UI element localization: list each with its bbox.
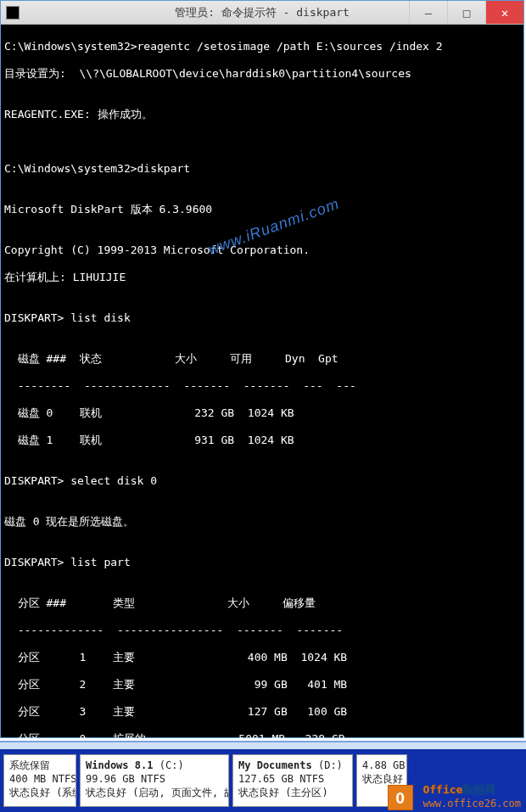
console-line: 目录设置为: \\?\GLOBALROOT\device\harddisk0\p… (4, 67, 520, 81)
drive-title: Windows 8.1 (86, 759, 153, 771)
disk-row: 磁盘 0 联机 232 GB 1024 KB (4, 406, 520, 420)
disk-row: 磁盘 1 联机 931 GB 1024 KB (4, 434, 520, 447)
console-line: Copyright (C) 1999-2013 Microsoft Corpor… (4, 244, 520, 257)
partition-d[interactable]: My Documents (D:) 127.65 GB NTFS 状态良好 (主… (232, 754, 353, 807)
logo-text-1: Office (422, 783, 462, 796)
console-line: DISKPART> list part (4, 556, 520, 569)
site-logo: O Office教程网 www.office26.com (388, 783, 521, 810)
minimize-button[interactable]: — (409, 1, 447, 24)
console-line: C:\Windows\system32>diskpart (4, 162, 520, 176)
drive-letter: (C:) (159, 759, 184, 771)
drive-title: 系统保留 (9, 759, 50, 771)
drive-size: 99.96 GB NTFS (86, 772, 223, 786)
drive-size: 127.65 GB NTFS (238, 772, 347, 786)
drive-size: 400 MB NTFS (9, 772, 70, 786)
drive-status: 状态良好 (启动, 页面文件, 故障转 (86, 786, 223, 799)
part-row: 分区 1 主要 400 MB 1024 KB (4, 651, 520, 664)
disk-table-rule: -------- ------------- ------- ------- -… (4, 379, 520, 393)
console-output[interactable]: C:\Windows\system32>reagentc /setosimage… (1, 25, 523, 737)
console-line: 在计算机上: LIHUIJIE (4, 271, 520, 284)
logo-text-2: 教程网 (462, 783, 495, 796)
logo-icon: O (388, 785, 413, 810)
partition-c[interactable]: Windows 8.1 (C:) 99.96 GB NTFS 状态良好 (启动,… (80, 754, 229, 807)
console-line: C:\Windows\system32>reagentc /setosimage… (4, 40, 520, 53)
titlebar[interactable]: 管理员: 命令提示符 - diskpart — □ ✕ (1, 1, 523, 25)
partition-system-reserved[interactable]: 系统保留 400 MB NTFS 状态良好 (系统, (3, 754, 76, 807)
disk-table-header: 磁盘 ### 状态 大小 可用 Dyn Gpt (4, 352, 520, 366)
part-table-rule: ------------- ---------------- ------- -… (4, 624, 520, 637)
console-line: Microsoft DiskPart 版本 6.3.9600 (4, 203, 520, 216)
close-button[interactable]: ✕ (485, 1, 523, 24)
console-line: DISKPART> select disk 0 (4, 474, 520, 488)
drive-letter: (D:) (318, 759, 343, 771)
drive-size: 4.88 GB (362, 759, 401, 772)
command-prompt-window: 管理员: 命令提示符 - diskpart — □ ✕ C:\Windows\s… (0, 0, 524, 738)
drive-status: 状态良好 (系统, (9, 786, 70, 799)
console-line: REAGENTC.EXE: 操作成功。 (4, 108, 520, 121)
console-line: 磁盘 0 现在是所选磁盘。 (4, 515, 520, 529)
part-table-header: 分区 ### 类型 大小 偏移量 (4, 596, 520, 610)
part-row: 分区 2 主要 99 GB 401 MB (4, 678, 520, 692)
drive-status: 状态良好 (主分区) (238, 786, 347, 799)
console-line: DISKPART> list disk (4, 311, 520, 325)
part-row: 分区 3 主要 127 GB 100 GB (4, 705, 520, 719)
drive-title: My Documents (238, 759, 312, 771)
maximize-button[interactable]: □ (447, 1, 485, 24)
logo-url: www.office26.com (422, 797, 521, 810)
